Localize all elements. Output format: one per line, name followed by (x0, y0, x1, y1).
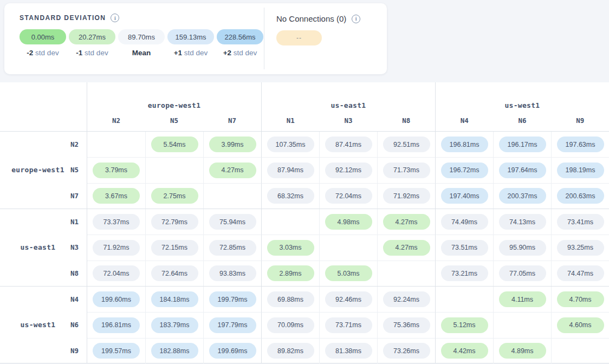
latency-pill[interactable]: 75.36ms (383, 317, 430, 333)
latency-pill[interactable]: 70.09ms (267, 317, 314, 333)
latency-cell: 93.25ms (551, 235, 609, 260)
latency-pill[interactable]: 196.17ms (499, 136, 546, 152)
latency-cell (551, 338, 609, 363)
latency-pill[interactable]: 184.18ms (151, 291, 198, 307)
latency-pill[interactable]: 74.47ms (557, 265, 604, 281)
latency-pill[interactable]: 199.79ms (209, 291, 256, 307)
latency-pill[interactable]: 3.99ms (209, 136, 256, 152)
std-dev-label-light: std dev (182, 49, 208, 57)
latency-pill[interactable]: 197.79ms (209, 317, 256, 333)
latency-pill[interactable]: 196.81ms (441, 136, 488, 152)
latency-pill[interactable]: 4.89ms (499, 343, 546, 359)
latency-pill[interactable]: 4.70ms (557, 291, 604, 307)
info-icon[interactable]: i (111, 14, 119, 22)
latency-pill[interactable]: 92.51ms (383, 136, 430, 152)
latency-pill[interactable]: 74.13ms (499, 214, 546, 230)
latency-pill[interactable]: 87.94ms (267, 162, 314, 178)
legend-pill: 0.00ms (20, 29, 66, 44)
latency-cell: 197.63ms (551, 132, 609, 157)
latency-pill[interactable]: 197.64ms (499, 162, 546, 178)
latency-pill[interactable]: 93.25ms (557, 240, 604, 256)
latency-pill[interactable]: 73.26ms (383, 343, 430, 359)
latency-pill[interactable]: 5.12ms (441, 317, 488, 333)
latency-pill[interactable]: 72.79ms (151, 214, 198, 230)
latency-pill[interactable]: 95.90ms (499, 240, 546, 256)
latency-pill[interactable]: 182.88ms (151, 343, 198, 359)
latency-cell: 87.94ms (261, 157, 319, 183)
std-dev-label-bold: +1 (174, 49, 182, 57)
latency-pill[interactable]: 73.71ms (325, 317, 372, 333)
latency-pill[interactable]: 4.27ms (209, 162, 256, 178)
latency-pill[interactable]: 4.42ms (441, 343, 488, 359)
legend-pill: 159.13ms (167, 29, 214, 44)
latency-pill[interactable]: 2.75ms (151, 188, 198, 204)
latency-pill[interactable]: 199.60ms (93, 291, 140, 307)
latency-pill[interactable]: 4.27ms (383, 240, 430, 256)
latency-pill[interactable]: 198.19ms (557, 162, 604, 178)
latency-pill[interactable]: 3.67ms (93, 188, 140, 204)
latency-pill[interactable]: 77.05ms (499, 265, 546, 281)
latency-pill[interactable]: 3.79ms (93, 162, 140, 178)
latency-pill[interactable]: 92.24ms (383, 291, 430, 307)
latency-pill[interactable]: 72.64ms (151, 265, 198, 281)
latency-pill[interactable]: 92.46ms (325, 291, 372, 307)
latency-pill[interactable]: 89.82ms (267, 343, 314, 359)
latency-pill[interactable]: 81.38ms (325, 343, 372, 359)
std-dev-label: +2 std dev (217, 49, 263, 57)
latency-pill[interactable]: 200.37ms (499, 188, 546, 204)
latency-pill[interactable]: 199.57ms (93, 343, 140, 359)
latency-cell: 5.03ms (319, 261, 377, 286)
latency-pill[interactable]: 73.51ms (441, 240, 488, 256)
latency-pill[interactable]: 4.60ms (557, 317, 604, 333)
latency-pill[interactable]: 74.49ms (441, 214, 488, 230)
latency-pill[interactable]: 68.32ms (267, 188, 314, 204)
latency-pill[interactable]: 72.85ms (209, 240, 256, 256)
latency-pill[interactable]: 71.92ms (383, 188, 430, 204)
latency-pill[interactable]: 197.63ms (557, 136, 604, 152)
latency-pill[interactable]: 200.63ms (557, 188, 604, 204)
latency-pill[interactable]: 72.04ms (93, 265, 140, 281)
latency-pill[interactable]: 199.69ms (209, 343, 256, 359)
row-group-header: us-west1N4N6N9 (0, 287, 87, 363)
latency-cell (377, 261, 435, 286)
latency-pill[interactable]: 2.89ms (267, 265, 314, 281)
latency-pill[interactable]: 73.21ms (441, 265, 488, 281)
latency-pill[interactable]: 5.03ms (325, 265, 372, 281)
latency-cell: 5.54ms (145, 132, 203, 157)
latency-cell: 75.94ms (203, 209, 261, 235)
latency-pill[interactable]: 71.73ms (383, 162, 430, 178)
column-node-label: N2 (87, 116, 145, 125)
latency-pill[interactable]: 72.15ms (151, 240, 198, 256)
latency-cell (145, 157, 203, 183)
latency-pill[interactable]: 71.92ms (93, 240, 140, 256)
latency-pill[interactable]: 196.81ms (93, 317, 140, 333)
latency-pill[interactable]: 197.40ms (441, 188, 488, 204)
info-icon[interactable]: i (352, 15, 360, 23)
latency-cell: 71.92ms (87, 235, 145, 260)
latency-pill[interactable]: 4.98ms (325, 214, 372, 230)
latency-pill[interactable]: 69.88ms (267, 291, 314, 307)
latency-pill[interactable]: 183.79ms (151, 317, 198, 333)
latency-cell: 184.18ms (145, 287, 203, 312)
latency-cell: 92.51ms (377, 132, 435, 157)
latency-pill[interactable]: 75.94ms (209, 214, 256, 230)
latency-pill[interactable]: 73.41ms (557, 214, 604, 230)
latency-pill[interactable]: 72.04ms (325, 188, 372, 204)
latency-pill[interactable]: 4.11ms (499, 291, 546, 307)
latency-pill[interactable]: 73.37ms (93, 214, 140, 230)
row-node-label: N9 (70, 338, 79, 363)
latency-cell: 73.51ms (435, 235, 493, 260)
latency-cell: 92.12ms (319, 157, 377, 183)
legend-divider (264, 8, 264, 69)
latency-pill[interactable]: 87.41ms (325, 136, 372, 152)
latency-pill[interactable]: 93.83ms (209, 265, 256, 281)
latency-pill[interactable]: 5.54ms (151, 136, 198, 152)
latency-pill[interactable]: 3.03ms (267, 240, 314, 256)
row-group-header: us-east1N1N3N8 (0, 209, 87, 286)
latency-cell: 197.79ms (203, 312, 261, 337)
latency-pill[interactable]: 4.27ms (383, 214, 430, 230)
latency-pill[interactable]: 107.35ms (267, 136, 314, 152)
latency-cell: 95.90ms (493, 235, 551, 260)
latency-pill[interactable]: 92.12ms (325, 162, 372, 178)
latency-pill[interactable]: 196.72ms (441, 162, 488, 178)
